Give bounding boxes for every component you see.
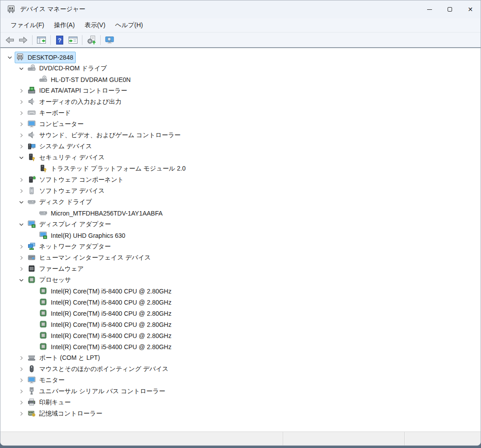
tree-item-content[interactable]: ユニバーサル シリアル バス コントローラー <box>26 386 168 397</box>
menu-item-file[interactable]: ファイル(F) <box>6 19 49 32</box>
chevron-collapsed-icon[interactable] <box>16 107 26 118</box>
chevron-collapsed-icon[interactable] <box>16 375 26 386</box>
chevron-collapsed-icon[interactable] <box>16 386 26 397</box>
tree-item-content[interactable]: ディスク ドライブ <box>26 196 95 208</box>
tree-item[interactable]: Intel(R) Core(TM) i5-8400 CPU @ 2.80GHz <box>0 330 481 341</box>
tree-item[interactable]: コンピューター <box>0 118 481 130</box>
tree-item[interactable]: オーディオの入力および出力 <box>0 96 481 107</box>
close-button[interactable]: ✕ <box>460 0 481 18</box>
tree-item-content[interactable]: HL-DT-ST DVDRAM GUE0N <box>38 74 133 86</box>
toolbar-button-scan-hardware-changes[interactable] <box>85 34 98 46</box>
tree-item[interactable]: IDE ATA/ATAPI コントローラー <box>0 85 481 96</box>
chevron-expanded-icon[interactable] <box>16 152 26 163</box>
chevron-expanded-icon[interactable] <box>16 196 26 208</box>
tree-item-content[interactable]: ポート (COM と LPT) <box>26 352 102 364</box>
chevron-expanded-icon[interactable] <box>5 52 15 63</box>
tree-item[interactable]: ヒューマン インターフェイス デバイス <box>0 252 481 263</box>
tree-item[interactable]: Intel(R) Core(TM) i5-8400 CPU @ 2.80GHz <box>0 285 481 297</box>
tree-item[interactable]: Intel(R) Core(TM) i5-8400 CPU @ 2.80GHz <box>0 319 481 330</box>
tree-item-content[interactable]: ソフトウェア デバイス <box>26 185 107 197</box>
tree-item[interactable]: DVD/CD-ROM ドライブ <box>0 63 481 74</box>
tree-item[interactable]: Intel(R) Core(TM) i5-8400 CPU @ 2.80GHz <box>0 308 481 319</box>
tree-item[interactable]: ポート (COM と LPT) <box>0 352 481 363</box>
chevron-collapsed-icon[interactable] <box>16 96 26 107</box>
tree-item[interactable]: セキュリティ デバイス <box>0 152 481 163</box>
tree-item-content[interactable]: Intel(R) Core(TM) i5-8400 CPU @ 2.80GHz <box>38 285 174 297</box>
tree-item-content[interactable]: ネットワーク アダプター <box>26 241 114 253</box>
tree-item[interactable]: プロセッサ <box>0 274 481 285</box>
tree-item-content[interactable]: Intel(R) UHD Graphics 630 <box>38 230 128 241</box>
tree-item-content[interactable]: Micron_MTFDHBA256TDV-1AY1AABFA <box>38 208 165 219</box>
chevron-expanded-icon[interactable] <box>16 219 26 230</box>
chevron-collapsed-icon[interactable] <box>16 185 26 196</box>
tree-item-content[interactable]: ディスプレイ アダプター <box>26 219 114 230</box>
chevron-collapsed-icon[interactable] <box>16 363 26 375</box>
tree-item[interactable]: 印刷キュー <box>0 397 481 408</box>
chevron-collapsed-icon[interactable] <box>16 263 26 274</box>
toolbar-button-forward[interactable] <box>16 34 30 46</box>
tree-item-content[interactable]: 印刷キュー <box>26 397 73 408</box>
tree-item[interactable]: マウスとそのほかのポインティング デバイス <box>0 363 481 375</box>
minimize-button[interactable] <box>419 0 440 18</box>
tree-item-content[interactable]: ソフトウェア コンポーネント <box>26 174 126 186</box>
tree-item[interactable]: Micron_MTFDHBA256TDV-1AY1AABFA <box>0 208 481 219</box>
chevron-collapsed-icon[interactable] <box>16 408 26 419</box>
chevron-collapsed-icon[interactable] <box>16 141 26 152</box>
menu-item-help[interactable]: ヘルプ(H) <box>110 19 148 32</box>
toolbar-button-show-console-tree[interactable] <box>35 34 48 46</box>
tree-item-content[interactable]: Intel(R) Core(TM) i5-8400 CPU @ 2.80GHz <box>38 330 174 342</box>
chevron-expanded-icon[interactable] <box>16 63 26 74</box>
toolbar-button-computer-scan[interactable] <box>103 34 116 46</box>
tree-item[interactable]: ネットワーク アダプター <box>0 241 481 252</box>
tree-item-content[interactable]: マウスとそのほかのポインティング デバイス <box>26 363 171 375</box>
tree-item[interactable]: Intel(R) Core(TM) i5-8400 CPU @ 2.80GHz <box>0 341 481 352</box>
tree-item[interactable]: ディスプレイ アダプター <box>0 219 481 230</box>
tree-item-content[interactable]: Intel(R) Core(TM) i5-8400 CPU @ 2.80GHz <box>38 341 174 353</box>
chevron-collapsed-icon[interactable] <box>16 241 26 252</box>
tree-item[interactable]: キーボード <box>0 107 481 118</box>
tree-item-content[interactable]: Intel(R) Core(TM) i5-8400 CPU @ 2.80GHz <box>38 308 174 319</box>
tree-item[interactable]: トラステッド プラットフォーム モジュール 2.0 <box>0 163 481 174</box>
chevron-collapsed-icon[interactable] <box>16 352 26 363</box>
menu-item-action[interactable]: 操作(A) <box>49 19 80 32</box>
tree-item[interactable]: サウンド、ビデオ、およびゲーム コントローラー <box>0 130 481 141</box>
chevron-expanded-icon[interactable] <box>16 274 26 285</box>
tree-item[interactable]: ソフトウェア デバイス <box>0 185 481 196</box>
tree-item-content[interactable]: トラステッド プラットフォーム モジュール 2.0 <box>38 163 188 175</box>
maximize-button[interactable] <box>440 0 460 18</box>
tree-item[interactable]: ディスク ドライブ <box>0 196 481 208</box>
tree-item[interactable]: Intel(R) Core(TM) i5-8400 CPU @ 2.80GHz <box>0 297 481 308</box>
toolbar-button-help[interactable]: ? <box>53 34 66 46</box>
chevron-collapsed-icon[interactable] <box>16 174 26 185</box>
tree-item[interactable]: HL-DT-ST DVDRAM GUE0N <box>0 74 481 85</box>
tree-item-content[interactable]: Intel(R) Core(TM) i5-8400 CPU @ 2.80GHz <box>38 319 174 330</box>
tree-item-content[interactable]: コンピューター <box>26 118 86 130</box>
tree-item[interactable]: DESKTOP-2848 <box>0 52 481 63</box>
tree-item[interactable]: ユニバーサル シリアル バス コントローラー <box>0 386 481 397</box>
tree-item-content[interactable]: DVD/CD-ROM ドライブ <box>26 63 110 74</box>
chevron-collapsed-icon[interactable] <box>16 397 26 408</box>
tree-item-content[interactable]: 記憶域コントローラー <box>26 408 105 419</box>
toolbar-button-back[interactable] <box>3 34 16 46</box>
tree-item[interactable]: ソフトウェア コンポーネント <box>0 174 481 185</box>
tree-item-content[interactable]: IDE ATA/ATAPI コントローラー <box>26 85 130 97</box>
tree-item-content[interactable]: ファームウェア <box>26 263 86 275</box>
menu-item-view[interactable]: 表示(V) <box>80 19 110 32</box>
toolbar-button-properties[interactable] <box>66 34 80 46</box>
tree-item-content[interactable]: プロセッサ <box>26 274 74 286</box>
tree-item-content[interactable]: キーボード <box>26 107 73 119</box>
chevron-collapsed-icon[interactable] <box>16 85 26 96</box>
tree-item[interactable]: ファームウェア <box>0 263 481 274</box>
chevron-collapsed-icon[interactable] <box>16 118 26 130</box>
tree-item-content[interactable]: オーディオの入力および出力 <box>26 96 124 108</box>
tree-item[interactable]: Intel(R) UHD Graphics 630 <box>0 230 481 241</box>
tree-item[interactable]: 記憶域コントローラー <box>0 408 481 419</box>
chevron-collapsed-icon[interactable] <box>16 252 26 263</box>
tree-item-content[interactable]: システム デバイス <box>26 141 95 152</box>
tree-item-content[interactable]: ヒューマン インターフェイス デバイス <box>26 252 154 264</box>
tree-item-selected[interactable]: DESKTOP-2848 <box>15 52 76 63</box>
tree-item[interactable]: モニター <box>0 375 481 386</box>
chevron-collapsed-icon[interactable] <box>16 130 26 141</box>
tree-item-content[interactable]: Intel(R) Core(TM) i5-8400 CPU @ 2.80GHz <box>38 297 174 308</box>
tree-item-content[interactable]: セキュリティ デバイス <box>26 152 107 163</box>
